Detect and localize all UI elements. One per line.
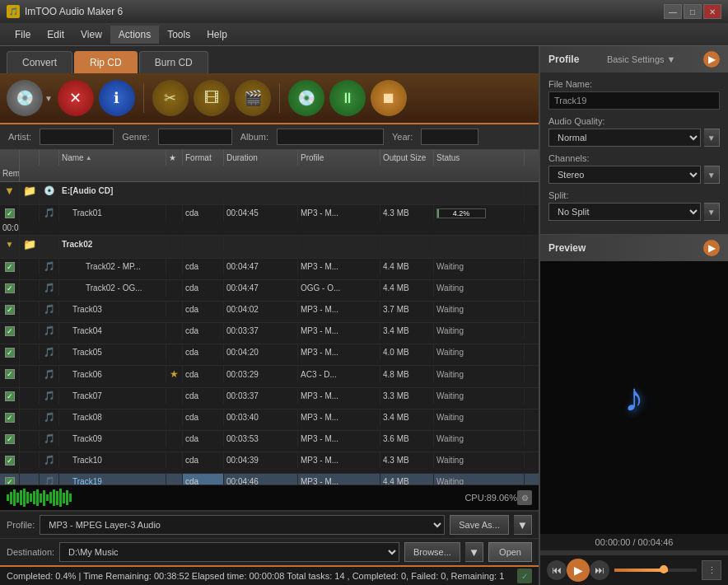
right-panel: Profile Basic Settings ▼ ▶ File Name: Au… xyxy=(539,46,728,585)
row-check[interactable] xyxy=(0,344,20,360)
stop-button[interactable]: ⏹ xyxy=(371,80,407,116)
menu-edit[interactable]: Edit xyxy=(39,26,72,44)
row-check[interactable] xyxy=(0,474,20,484)
col-status[interactable]: Status xyxy=(434,150,525,166)
cd-button[interactable]: 💿 xyxy=(7,80,43,116)
save-as-button[interactable]: Save As... xyxy=(450,515,509,535)
channels-select[interactable]: Stereo xyxy=(548,166,701,184)
track-checkbox[interactable] xyxy=(5,348,15,358)
preview-expand-button[interactable]: ▶ xyxy=(703,240,720,256)
film2-button[interactable]: 🎬 xyxy=(235,80,271,116)
audio-quality-dropdown-icon[interactable]: ▼ xyxy=(704,129,720,147)
col-format[interactable]: Format xyxy=(183,150,224,166)
film-button[interactable]: 🎞 xyxy=(194,80,230,116)
row-star[interactable]: ★ xyxy=(166,366,183,382)
channels-dropdown-icon[interactable]: ▼ xyxy=(704,166,720,184)
extra-options-button[interactable]: ⋮ xyxy=(702,560,721,580)
album-label: Album: xyxy=(240,132,268,142)
row-check[interactable] xyxy=(0,323,20,339)
track-checkbox[interactable] xyxy=(5,283,15,293)
tab-convert[interactable]: Convert xyxy=(7,51,72,73)
genre-input[interactable] xyxy=(158,129,232,145)
row-check[interactable] xyxy=(0,280,20,296)
status-info-icon[interactable]: ✓ xyxy=(517,569,532,583)
open-button[interactable]: Open xyxy=(488,542,532,562)
col-name[interactable]: Name xyxy=(59,150,166,166)
seek-bar[interactable] xyxy=(540,550,728,555)
rewind-button[interactable]: ⏮ xyxy=(547,560,567,580)
browse-button[interactable]: Browse... xyxy=(404,542,460,562)
track-checkbox[interactable] xyxy=(5,326,15,336)
tab-rip-cd[interactable]: Rip CD xyxy=(74,51,138,73)
row-size: 3.6 MB xyxy=(380,431,434,447)
disc-button[interactable]: 💿 xyxy=(288,80,324,116)
row-check[interactable] xyxy=(0,410,20,425)
track-checkbox[interactable] xyxy=(5,262,15,272)
preview-header: Preview ▶ xyxy=(540,235,728,261)
row-check[interactable] xyxy=(0,366,20,382)
split-select[interactable]: No Split xyxy=(548,203,701,221)
col-remaining[interactable]: Remaining Time xyxy=(0,166,20,181)
track-checkbox[interactable] xyxy=(5,434,15,444)
row-expand[interactable]: ▼ xyxy=(0,236,20,253)
audio-icon: 🎵 xyxy=(44,347,55,358)
fast-forward-button[interactable]: ⏭ xyxy=(590,560,609,580)
cd-dropdown-arrow[interactable]: ▼ xyxy=(44,94,53,103)
minimize-button[interactable]: — xyxy=(664,4,682,19)
profile-expand-button[interactable]: ▶ xyxy=(703,51,720,68)
track-checkbox[interactable] xyxy=(5,477,15,485)
table-row-selected[interactable]: 🎵 Track19 cda 00:04:46 MP3 - M... 4.4 MB… xyxy=(0,474,539,484)
row-check[interactable] xyxy=(0,452,20,468)
row-remaining xyxy=(0,317,20,322)
expand-icon[interactable]: ▼ xyxy=(6,240,14,249)
row-check[interactable] xyxy=(0,388,20,404)
volume-bar[interactable] xyxy=(614,569,697,572)
scissors-button[interactable]: ✂ xyxy=(152,80,189,116)
col-size[interactable]: Output Size xyxy=(380,150,434,166)
wave-bar xyxy=(49,492,52,503)
row-check: ▼ xyxy=(0,182,20,199)
maximize-button[interactable]: □ xyxy=(684,4,702,19)
volume-thumb[interactable] xyxy=(660,565,668,573)
save-dropdown-button[interactable]: ▼ xyxy=(514,515,532,535)
track-checkbox[interactable] xyxy=(5,369,15,379)
track-checkbox[interactable] xyxy=(5,391,15,401)
audio-quality-select[interactable]: Normal xyxy=(548,129,701,147)
split-dropdown-icon[interactable]: ▼ xyxy=(704,203,720,221)
track-checkbox[interactable] xyxy=(5,305,15,315)
info-button[interactable]: ℹ xyxy=(99,80,135,116)
remove-button[interactable]: ✕ xyxy=(58,80,94,116)
profile-select[interactable]: MP3 - MPEG Layer-3 Audio xyxy=(40,515,445,535)
star-icon[interactable]: ★ xyxy=(170,368,179,380)
progress-text: 4.2% xyxy=(437,209,485,218)
track-checkbox[interactable] xyxy=(5,413,15,423)
browse-dropdown-button[interactable]: ▼ xyxy=(465,542,483,562)
menu-help[interactable]: Help xyxy=(198,26,236,44)
album-input[interactable] xyxy=(277,129,384,145)
col-duration[interactable]: Duration xyxy=(224,150,298,166)
track-checkbox[interactable] xyxy=(5,456,15,466)
basic-settings-dropdown[interactable]: Basic Settings ▼ xyxy=(607,54,676,64)
artist-input[interactable] xyxy=(40,129,114,145)
filename-input[interactable] xyxy=(548,91,720,110)
menu-file[interactable]: File xyxy=(7,26,39,44)
expand-icon[interactable]: ▼ xyxy=(4,185,15,197)
close-button[interactable]: ✕ xyxy=(703,4,721,19)
tab-burn-cd[interactable]: Burn CD xyxy=(139,51,208,73)
track-checkbox[interactable] xyxy=(5,208,15,218)
year-input[interactable] xyxy=(421,129,478,145)
row-check[interactable] xyxy=(0,205,20,221)
menu-tools[interactable]: Tools xyxy=(159,26,198,44)
row-size xyxy=(59,199,166,204)
row-check[interactable] xyxy=(0,259,20,274)
cpu-settings-icon[interactable]: ⚙ xyxy=(517,490,532,505)
row-check[interactable] xyxy=(0,302,20,317)
destination-select[interactable]: D:\My Music xyxy=(59,542,399,562)
pause-button[interactable]: ⏸ xyxy=(329,80,366,116)
row-check[interactable] xyxy=(0,431,20,447)
menu-actions[interactable]: Actions xyxy=(110,26,159,44)
play-button[interactable]: ▶ xyxy=(567,559,590,582)
menu-view[interactable]: View xyxy=(72,26,110,44)
cd-dropdown[interactable]: 💿 ▼ xyxy=(7,80,53,116)
col-profile[interactable]: Profile xyxy=(298,150,380,166)
